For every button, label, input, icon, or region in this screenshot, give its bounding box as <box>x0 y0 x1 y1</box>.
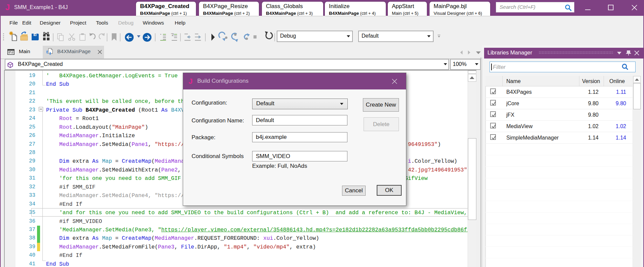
svg-text:'2: '2 <box>171 33 174 37</box>
